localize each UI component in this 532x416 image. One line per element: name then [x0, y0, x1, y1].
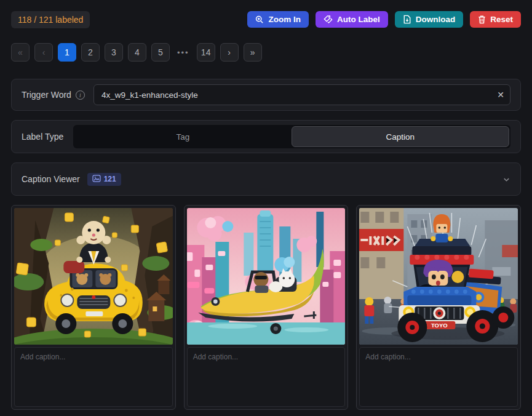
- first-page-button[interactable]: «: [11, 43, 30, 62]
- trigger-word-label: Trigger Word: [22, 90, 71, 100]
- caption-viewer-label: Caption Viewer: [22, 174, 80, 184]
- image-card-grid: TOYO: [11, 205, 521, 410]
- caption-box-2: [187, 347, 346, 407]
- image-card-1: [11, 205, 176, 410]
- tags-icon: [324, 15, 333, 24]
- image-card-2: [184, 205, 349, 410]
- truck-plate-text: TOYO: [431, 322, 448, 329]
- prev-page-button[interactable]: ‹: [34, 43, 53, 62]
- image-icon: [92, 175, 101, 184]
- image-card-3: TOYO: [356, 205, 521, 410]
- image-thumbnail-1[interactable]: [14, 208, 173, 345]
- lego-truck-illustration: TOYO: [359, 208, 518, 345]
- chevron-down-icon[interactable]: [502, 175, 510, 183]
- pagination-ellipsis-icon[interactable]: •••: [175, 48, 192, 57]
- info-icon[interactable]: i: [76, 90, 85, 100]
- download-button[interactable]: Download: [395, 11, 464, 28]
- caption-input-2[interactable]: [188, 348, 345, 406]
- clear-input-icon[interactable]: ✕: [497, 90, 504, 100]
- download-label: Download: [416, 15, 456, 24]
- caption-box-1: [14, 347, 173, 407]
- banana-car-illustration: [187, 208, 346, 345]
- caption-viewer-panel[interactable]: Caption Viewer 121: [11, 162, 521, 196]
- pagination: « ‹ 1 2 3 4 5 ••• 14 › »: [11, 43, 521, 62]
- last-page-button[interactable]: »: [244, 43, 262, 62]
- auto-label-button[interactable]: Auto Label: [316, 11, 388, 28]
- top-bar: 118 / 121 labeled Zoom In: [11, 11, 521, 28]
- image-thumbnail-3[interactable]: TOYO: [359, 208, 518, 345]
- page-button-3[interactable]: 3: [105, 43, 123, 62]
- hamster-cheese-car-illustration: [14, 208, 173, 345]
- reset-label: Reset: [490, 15, 513, 24]
- caption-input-3[interactable]: [360, 348, 517, 406]
- auto-label-label: Auto Label: [337, 15, 380, 24]
- page-button-4[interactable]: 4: [128, 43, 146, 62]
- trigger-word-input-wrap: ✕: [93, 84, 510, 105]
- zoom-in-button[interactable]: Zoom In: [247, 11, 309, 28]
- page-button-2[interactable]: 2: [81, 43, 100, 62]
- tab-caption[interactable]: Caption: [292, 126, 509, 147]
- next-page-button[interactable]: ›: [220, 43, 239, 62]
- image-thumbnail-2[interactable]: [187, 208, 346, 345]
- trigger-word-input[interactable]: [93, 84, 510, 105]
- file-download-icon: [403, 15, 411, 24]
- page-button-14[interactable]: 14: [197, 43, 215, 62]
- trigger-word-panel: Trigger Word i ✕: [11, 79, 521, 111]
- label-type-panel: Label Type Tag Caption: [11, 120, 521, 153]
- caption-box-3: [359, 347, 518, 407]
- label-type-label: Label Type: [22, 132, 63, 142]
- trash-icon: [478, 15, 486, 24]
- page-button-1[interactable]: 1: [58, 43, 76, 62]
- caption-input-1[interactable]: [15, 348, 172, 406]
- action-buttons: Zoom In Auto Label: [247, 11, 521, 28]
- label-type-segmented-control: Tag Caption: [73, 125, 510, 148]
- image-count: 121: [104, 175, 116, 183]
- labeled-count-badge: 118 / 121 labeled: [11, 11, 90, 28]
- labeling-app: 118 / 121 labeled Zoom In: [0, 0, 532, 416]
- page-button-5[interactable]: 5: [151, 43, 170, 62]
- image-count-badge: 121: [87, 173, 121, 186]
- zoom-in-label: Zoom In: [268, 15, 301, 24]
- reset-button[interactable]: Reset: [470, 11, 521, 28]
- tab-tag[interactable]: Tag: [74, 126, 291, 147]
- magnifier-plus-icon: [255, 15, 264, 24]
